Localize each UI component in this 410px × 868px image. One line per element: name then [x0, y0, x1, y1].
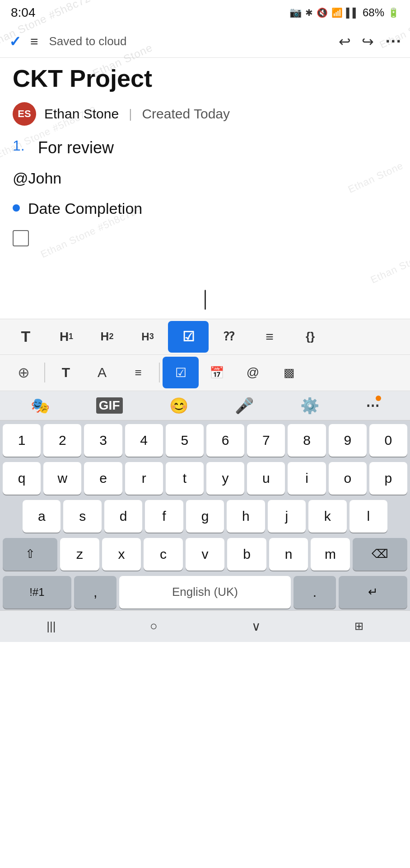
- checkbox-insert-button[interactable]: ☑: [163, 357, 199, 388]
- format-toolbar-primary: T H1 H2 H3 ☑ ⁇ ≡ {}: [0, 319, 410, 355]
- key-e[interactable]: e: [84, 462, 122, 495]
- mention-button[interactable]: @: [235, 357, 271, 388]
- key-s[interactable]: s: [63, 500, 101, 533]
- checkbox-item[interactable]: [13, 230, 397, 246]
- key-z[interactable]: z: [60, 538, 99, 571]
- key-f[interactable]: f: [145, 500, 183, 533]
- period-key[interactable]: .: [294, 576, 336, 609]
- format-code-button[interactable]: {}: [290, 321, 331, 353]
- add-block-button[interactable]: ⊕: [5, 357, 42, 388]
- key-u[interactable]: u: [247, 462, 285, 495]
- nav-home[interactable]: ○: [136, 613, 172, 640]
- key-6[interactable]: 6: [206, 424, 244, 457]
- key-h[interactable]: h: [227, 500, 265, 533]
- more-emoji-button[interactable]: ⋯: [366, 397, 379, 413]
- check-icon[interactable]: ✓: [9, 33, 21, 50]
- key-d[interactable]: d: [104, 500, 142, 533]
- camera-icon: 📷: [289, 7, 302, 19]
- settings-button[interactable]: ⚙️: [300, 396, 319, 415]
- format-numbered-list-button[interactable]: ⁇: [209, 321, 249, 353]
- document-title[interactable]: CKT Project: [0, 58, 410, 94]
- key-4[interactable]: 4: [125, 424, 163, 457]
- key-k[interactable]: k: [308, 500, 346, 533]
- bullet-dot: [13, 204, 20, 212]
- key-t[interactable]: t: [166, 462, 204, 495]
- author-row: ES Ethan Stone | Created Today: [0, 94, 410, 134]
- redo-icon[interactable]: ↪: [362, 33, 374, 50]
- backspace-key[interactable]: ⌫: [353, 538, 407, 571]
- font-size-button[interactable]: A: [84, 357, 120, 388]
- key-b[interactable]: b: [227, 538, 266, 571]
- bluetooth-icon: ✱: [305, 7, 313, 18]
- key-w[interactable]: w: [43, 462, 81, 495]
- key-c[interactable]: c: [144, 538, 183, 571]
- key-m[interactable]: m: [311, 538, 350, 571]
- keyboard[interactable]: 🎭 GIF 😊 🎤 ⚙️ ⋯ 1 2 3 4 5 6 7 8 9 0 q: [0, 391, 410, 610]
- document-area: CKT Project ES Ethan Stone | Created Tod…: [0, 58, 410, 319]
- nav-back-stack[interactable]: |||: [33, 613, 70, 640]
- numbered-list-item: 1. For review: [13, 137, 397, 159]
- format-text-button[interactable]: T: [5, 321, 46, 353]
- document-body[interactable]: 1. For review @John Date Completion: [0, 134, 410, 263]
- key-y[interactable]: y: [206, 462, 244, 495]
- bullet-list-item: Date Completion: [13, 200, 397, 217]
- key-a[interactable]: a: [23, 500, 61, 533]
- key-7[interactable]: 7: [247, 424, 285, 457]
- key-o[interactable]: o: [329, 462, 367, 495]
- author-name: Ethan Stone: [44, 106, 119, 122]
- format-h2-button[interactable]: H2: [87, 321, 127, 353]
- key-q[interactable]: q: [3, 462, 41, 495]
- nav-recents[interactable]: ∨: [238, 613, 275, 640]
- toolbar-actions: ↩ ↪ ⋯: [339, 32, 401, 51]
- format-bullet-list-button[interactable]: ≡: [249, 321, 290, 353]
- list-number: 1.: [13, 137, 33, 154]
- key-n[interactable]: n: [269, 538, 308, 571]
- more-options-icon[interactable]: ⋯: [385, 32, 401, 51]
- key-x[interactable]: x: [102, 538, 141, 571]
- key-3[interactable]: 3: [84, 424, 122, 457]
- status-bar: 8:04 📷 ✱ 🔇 📶 ▌▌ 68% 🔋: [0, 0, 410, 25]
- key-8[interactable]: 8: [288, 424, 326, 457]
- nav-keyboard-hide[interactable]: ⊞: [341, 613, 377, 640]
- key-l[interactable]: l: [349, 500, 387, 533]
- notification-dot: [376, 396, 381, 401]
- key-1[interactable]: 1: [3, 424, 41, 457]
- checkbox[interactable]: [13, 230, 29, 246]
- space-key[interactable]: English (UK): [119, 576, 290, 609]
- outline-icon[interactable]: ≡: [30, 34, 38, 49]
- key-g[interactable]: g: [186, 500, 224, 533]
- key-p[interactable]: p: [369, 462, 407, 495]
- mic-button[interactable]: 🎤: [235, 396, 254, 415]
- zxcv-row: ⇧ z x c v b n m ⌫: [0, 534, 410, 572]
- key-j[interactable]: j: [268, 500, 306, 533]
- key-0[interactable]: 0: [369, 424, 407, 457]
- bullet-item-text: Date Completion: [28, 200, 142, 217]
- key-i[interactable]: i: [288, 462, 326, 495]
- table-button[interactable]: 📅: [199, 357, 235, 388]
- avatar: ES: [13, 102, 36, 126]
- shift-key[interactable]: ⇧: [3, 538, 57, 571]
- keyboard-toggle-button[interactable]: ▩: [271, 357, 307, 388]
- return-key[interactable]: ↵: [339, 576, 407, 609]
- comma-key[interactable]: ,: [74, 576, 117, 609]
- key-5[interactable]: 5: [166, 424, 204, 457]
- mention-text: @John: [13, 170, 397, 187]
- format-h3-button[interactable]: H3: [127, 321, 168, 353]
- format-h1-button[interactable]: H1: [46, 321, 87, 353]
- gif-button[interactable]: GIF: [96, 397, 123, 414]
- key-r[interactable]: r: [125, 462, 163, 495]
- toolbar-separator-1: [44, 363, 45, 382]
- sticker-button[interactable]: 🎭: [31, 396, 50, 415]
- author-separator: |: [129, 107, 132, 121]
- emoji-button[interactable]: 😊: [169, 396, 188, 415]
- key-2[interactable]: 2: [43, 424, 81, 457]
- undo-icon[interactable]: ↩: [339, 33, 351, 50]
- text-style-button[interactable]: T: [48, 357, 84, 388]
- symbols-key[interactable]: !#1: [3, 576, 71, 609]
- align-button[interactable]: ≡: [120, 357, 156, 388]
- signal-icon: ▌▌: [346, 8, 359, 18]
- key-v[interactable]: v: [186, 538, 225, 571]
- key-9[interactable]: 9: [329, 424, 367, 457]
- text-cursor: [0, 263, 410, 319]
- format-checkbox-button[interactable]: ☑: [168, 321, 209, 353]
